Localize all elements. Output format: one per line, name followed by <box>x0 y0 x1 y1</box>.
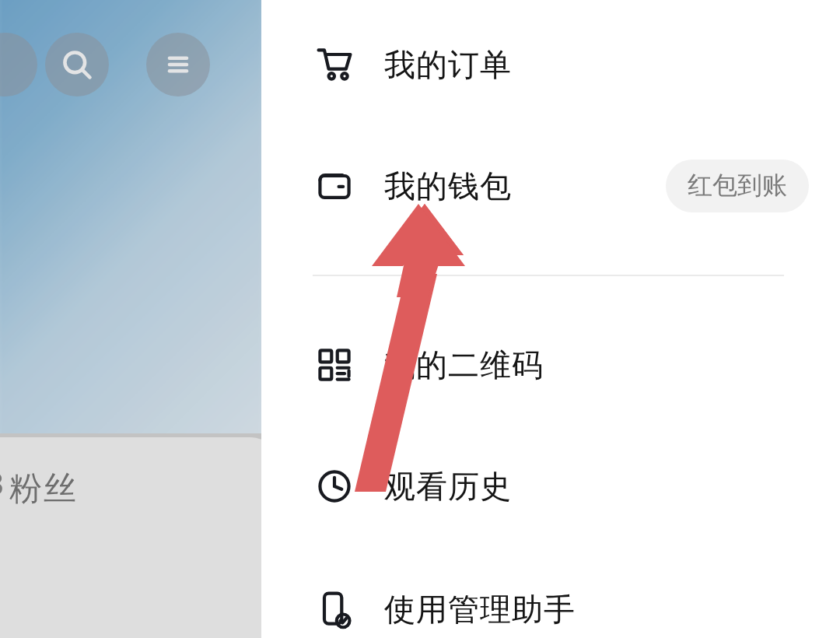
profile-background: 3 粉丝 <box>0 0 261 638</box>
side-drawer: 我的订单 我的钱包 红包到账 我的二维码 <box>261 0 840 638</box>
svg-line-18 <box>334 486 341 489</box>
svg-rect-10 <box>338 350 349 362</box>
cart-icon <box>313 43 356 86</box>
menu-item-orders[interactable]: 我的订单 <box>313 37 809 92</box>
menu-item-label: 使用管理助手 <box>384 588 576 631</box>
menu-item-label: 观看历史 <box>384 465 512 508</box>
menu-item-assistant[interactable]: 使用管理助手 <box>313 582 809 636</box>
menu-item-qrcode[interactable]: 我的二维码 <box>313 338 809 392</box>
menu-item-history[interactable]: 观看历史 <box>313 459 809 514</box>
svg-rect-9 <box>320 350 331 362</box>
phone-check-icon <box>313 587 356 631</box>
menu-item-label: 我的二维码 <box>384 344 544 387</box>
dim-overlay[interactable] <box>0 0 261 638</box>
wallet-icon <box>313 164 356 208</box>
wallet-badge: 红包到账 <box>666 160 809 212</box>
menu-item-label: 我的订单 <box>384 44 512 86</box>
svg-rect-19 <box>324 594 341 624</box>
menu-item-label: 我的钱包 <box>384 165 512 208</box>
svg-point-5 <box>329 73 334 79</box>
menu-divider <box>313 275 784 276</box>
menu-item-wallet[interactable]: 我的钱包 红包到账 <box>313 159 809 213</box>
clock-icon <box>313 464 356 508</box>
qrcode-icon <box>313 343 356 387</box>
svg-point-6 <box>341 73 347 79</box>
svg-rect-11 <box>320 368 331 380</box>
